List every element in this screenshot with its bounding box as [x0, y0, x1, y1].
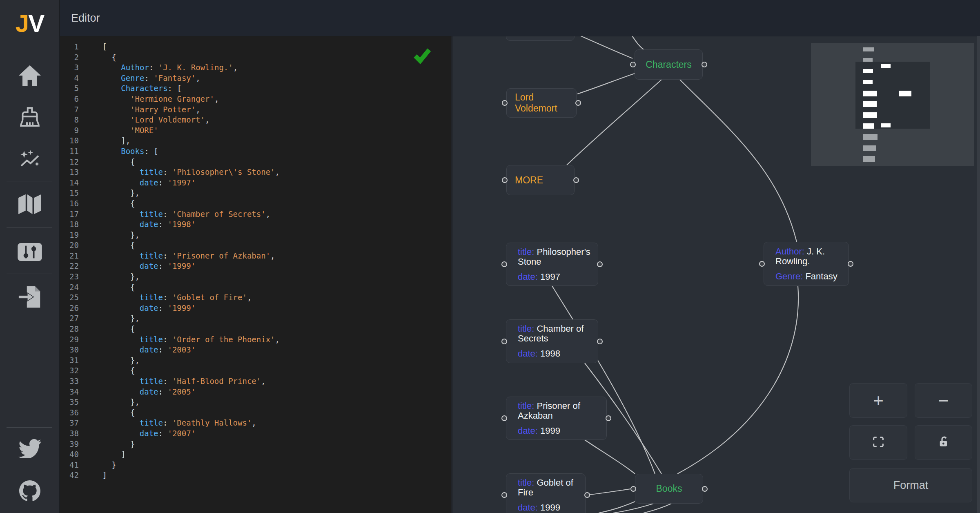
editor-line[interactable]: 13title: 'Philosopher\'s Stone', — [60, 167, 451, 178]
minimap-node — [863, 47, 874, 51]
editor-line[interactable]: 38date: '2007' — [60, 428, 451, 439]
editor-line[interactable]: 3Author: 'J. K. Rowling.', — [60, 62, 451, 73]
sidebar-item-map[interactable] — [0, 190, 59, 219]
editor-line[interactable]: 27}, — [60, 313, 451, 324]
editor-line[interactable]: 15}, — [60, 188, 451, 199]
sidebar-item-home[interactable] — [0, 61, 59, 90]
node-root-author-genre[interactable]: Author: J. K. Rowling.Genre: Fantasy — [764, 242, 849, 286]
editor-line[interactable]: 23}, — [60, 272, 451, 282]
sidebar-item-visualize[interactable] — [0, 145, 59, 175]
editor-line[interactable]: 30date: '2003' — [60, 345, 451, 355]
editor-line[interactable]: 33title: 'Half-Blood Prince', — [60, 376, 451, 387]
editor-line[interactable]: 7'Harry Potter', — [60, 105, 451, 115]
editor-line[interactable]: 5Characters: [ — [60, 83, 451, 94]
editor-line[interactable]: 26date: '1999' — [60, 303, 451, 314]
editor-code-lines[interactable]: 1[2{3Author: 'J. K. Rowling.',4Genre: 'F… — [60, 42, 451, 481]
port-left-books — [630, 486, 636, 492]
node-rows: Author: J. K. Rowling.Genre: Fantasy — [764, 242, 849, 285]
node-rows: title: Goblet of Firedate: 1999 — [506, 474, 585, 513]
editor-line[interactable]: 17title: 'Chamber of Secrets', — [60, 209, 451, 220]
app-logo[interactable]: JV — [0, 11, 59, 36]
format-button[interactable]: Format — [849, 468, 972, 502]
line-code: 'Hermione Granger', — [84, 94, 219, 105]
fit-view-button[interactable] — [849, 425, 907, 460]
editor-line[interactable]: 35}, — [60, 397, 451, 408]
port-left-characters — [630, 62, 636, 67]
zoom-out-button[interactable]: − — [915, 383, 972, 418]
line-number: 35 — [60, 397, 79, 408]
node-more[interactable]: MORE — [506, 165, 575, 195]
editor-line[interactable]: 24{ — [60, 282, 451, 293]
node-book-goblet-of-fire[interactable]: title: Goblet of Firedate: 1999 — [506, 473, 586, 513]
sidebar-item-github[interactable] — [0, 476, 59, 506]
editor-line[interactable]: 25title: 'Goblet of Fire', — [60, 292, 451, 303]
editor-line[interactable]: 19}, — [60, 230, 451, 241]
line-number: 2 — [60, 52, 79, 63]
zoom-in-button[interactable]: + — [849, 383, 907, 418]
line-code: { — [84, 408, 135, 418]
scrollbar[interactable] — [977, 36, 980, 513]
editor-line[interactable]: 28{ — [60, 324, 451, 335]
sidebar-separator — [7, 469, 52, 469]
port-right-book-goblet-of-fire — [584, 492, 590, 498]
edge-characters-to-root — [680, 80, 797, 242]
node-harry-potter[interactable]: Harry Potter — [506, 36, 575, 41]
node-row: date: 1999 — [518, 503, 585, 513]
json-editor-pane[interactable]: 1[2{3Author: 'J. K. Rowling.',4Genre: 'F… — [60, 36, 451, 513]
node-characters[interactable]: Characters — [635, 49, 703, 80]
editor-line[interactable]: 22date: '1999' — [60, 261, 451, 272]
lock-layout-button[interactable] — [915, 425, 972, 460]
editor-line[interactable]: 34date: '2005' — [60, 387, 451, 397]
editor-line[interactable]: 21title: 'Prisoner of Azkaban', — [60, 251, 451, 261]
sidebar-item-twitter[interactable] — [0, 434, 59, 463]
line-number: 27 — [60, 313, 79, 324]
editor-line[interactable]: 37title: 'Deathly Hallows', — [60, 418, 451, 428]
node-book-philosophers-stone[interactable]: title: Philosopher's Stonedate: 1997 — [506, 243, 598, 286]
graph-canvas[interactable]: +−Format Harry PotterCharactersLord Vold… — [452, 36, 980, 513]
home-icon — [18, 65, 42, 87]
editor-line[interactable]: 41} — [60, 460, 451, 471]
line-number: 31 — [60, 355, 79, 366]
editor-line[interactable]: 1[ — [60, 42, 451, 52]
editor-line[interactable]: 18date: '1998' — [60, 219, 451, 230]
editor-line[interactable]: 40] — [60, 449, 451, 460]
line-number: 33 — [60, 376, 79, 387]
editor-line[interactable]: 29title: 'Order of the Phoenix', — [60, 335, 451, 345]
editor-line[interactable]: 11Books: [ — [60, 146, 451, 157]
editor-line[interactable]: 36{ — [60, 408, 451, 418]
minimap[interactable] — [811, 43, 974, 166]
sidebar-item-clean[interactable] — [0, 103, 59, 132]
editor-line[interactable]: 31}, — [60, 355, 451, 366]
sidebar-separator — [7, 139, 52, 139]
editor-line[interactable]: 32{ — [60, 366, 451, 376]
editor-line[interactable]: 8'Lord Voldemort', — [60, 115, 451, 125]
minimap-node — [863, 112, 877, 118]
editor-line[interactable]: 2{ — [60, 52, 451, 63]
editor-line[interactable]: 39} — [60, 439, 451, 450]
node-book-chamber-of-secrets[interactable]: title: Chamber of Secretsdate: 1998 — [506, 319, 598, 363]
editor-line[interactable]: 16{ — [60, 199, 451, 209]
editor-line[interactable]: 10], — [60, 136, 451, 146]
editor-line[interactable]: 9'MORE' — [60, 125, 451, 136]
line-number: 12 — [60, 157, 79, 167]
editor-line[interactable]: 4Genre: 'Fantasy', — [60, 73, 451, 84]
port-left-lord-voldemort — [502, 100, 508, 106]
editor-line[interactable]: 42] — [60, 470, 451, 481]
node-row: title: Prisoner of Azkaban — [518, 401, 606, 421]
port-right-lord-voldemort — [575, 100, 581, 106]
minimap-node — [863, 69, 873, 73]
map-icon — [18, 193, 42, 215]
editor-line[interactable]: 20{ — [60, 240, 451, 251]
sidebar-item-import[interactable] — [0, 282, 59, 312]
minimap-node — [899, 91, 911, 96]
line-code: }, — [84, 188, 140, 199]
node-lord-voldemort[interactable]: Lord Voldemort — [506, 88, 577, 118]
editor-line[interactable]: 14date: '1997' — [60, 178, 451, 188]
sidebar-item-settings[interactable] — [0, 237, 59, 267]
node-books[interactable]: Books — [635, 474, 703, 504]
editor-line[interactable]: 12{ — [60, 157, 451, 167]
lock-layout-icon — [937, 435, 950, 450]
line-number: 5 — [60, 83, 79, 94]
editor-line[interactable]: 6'Hermione Granger', — [60, 94, 451, 105]
node-book-prisoner-of-azkaban[interactable]: title: Prisoner of Azkabandate: 1999 — [506, 397, 607, 440]
